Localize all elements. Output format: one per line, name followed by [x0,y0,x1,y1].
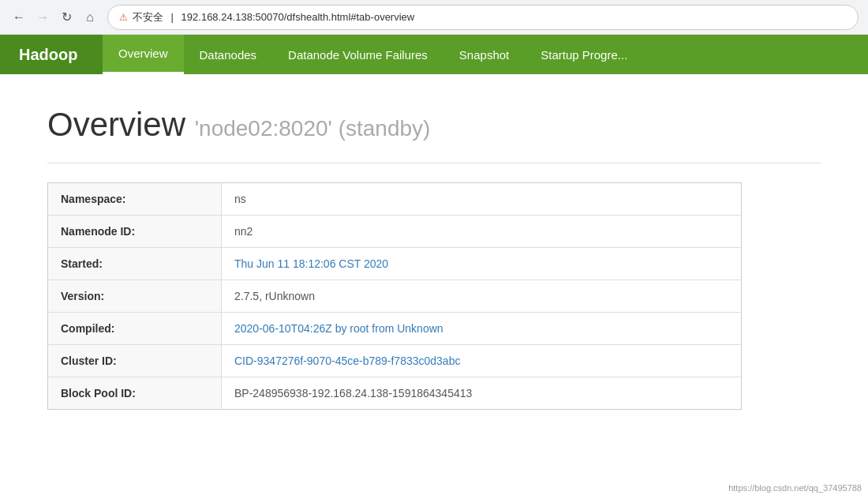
url-separator: | [168,11,177,23]
browser-chrome: ← → ↻ ⌂ ⚠ 不安全 | 192.168.24.138:50070/dfs… [0,0,868,35]
nav-item-datanodes[interactable]: Datanodes [184,35,273,74]
navbar-brand[interactable]: Hadoop [0,35,103,74]
row-label: Started: [48,248,222,280]
row-value: nn2 [222,216,742,248]
row-value: 2.7.5, rUnknown [222,280,742,313]
row-label: Compiled: [48,313,222,345]
row-value: BP-248956938-192.168.24.138-159186434541… [222,377,742,410]
row-label: Block Pool ID: [48,377,222,410]
back-button[interactable]: ← [9,8,28,27]
nav-buttons: ← → ↻ ⌂ [9,8,99,27]
table-row: Namenode ID:nn2 [48,216,742,248]
table-row: Block Pool ID:BP-248956938-192.168.24.13… [48,377,742,410]
nav-item-overview[interactable]: Overview [103,35,184,74]
address-bar[interactable]: ⚠ 不安全 | 192.168.24.138:50070/dfshealth.h… [107,5,859,30]
reload-button[interactable]: ↻ [57,8,76,27]
page-title-main: Overview [47,106,185,143]
row-label: Version: [48,280,222,313]
table-row: Cluster ID:CID-9347276f-9070-45ce-b789-f… [48,345,742,377]
row-value[interactable]: 2020-06-10T04:26Z by root from Unknown [222,313,742,345]
title-divider [47,163,821,163]
nav-item-startup-progress[interactable]: Startup Progre... [525,35,643,74]
nav-item-datanode-volume-failures[interactable]: Datanode Volume Failures [272,35,443,74]
url-display: 192.168.24.138:50070/dfshealth.html#tab-… [181,11,415,23]
page-heading: Overview 'node02:8020' (standby) [47,106,821,144]
security-label: 不安全 [133,10,163,24]
nav-item-snapshot[interactable]: Snapshot [443,35,525,74]
row-value[interactable]: Thu Jun 11 18:12:06 CST 2020 [222,248,742,280]
row-label: Namenode ID: [48,216,222,248]
row-value[interactable]: CID-9347276f-9070-45ce-b789-f7833c0d3abc [222,345,742,377]
security-icon: ⚠ [119,12,128,23]
table-row: Compiled:2020-06-10T04:26Z by root from … [48,313,742,345]
row-label: Namespace: [48,183,222,216]
table-row: Started:Thu Jun 11 18:12:06 CST 2020 [48,248,742,280]
page-title-subtitle: 'node02:8020' (standby) [195,116,431,141]
navbar: Hadoop Overview Datanodes Datanode Volum… [0,35,868,74]
table-row: Namespace:ns [48,183,742,216]
forward-button[interactable]: → [33,8,52,27]
row-value: ns [222,183,742,216]
main-content: Overview 'node02:8020' (standby) Namespa… [0,74,868,441]
info-table: Namespace:nsNamenode ID:nn2Started:Thu J… [47,182,742,410]
table-row: Version:2.7.5, rUnknown [48,280,742,313]
home-button[interactable]: ⌂ [80,8,99,27]
row-label: Cluster ID: [48,345,222,377]
